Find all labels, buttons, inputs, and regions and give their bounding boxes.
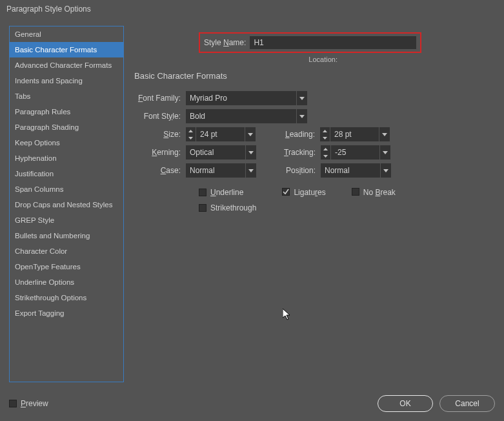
sidebar-item-keep-options[interactable]: Keep Options <box>10 135 123 150</box>
checkbox-icon <box>352 188 359 196</box>
case-value[interactable]: Normal <box>186 163 246 178</box>
location-label: Location: <box>134 56 338 63</box>
kerning-combo[interactable]: Optical <box>186 145 256 159</box>
sidebar-item-underline-options[interactable]: Underline Options <box>10 274 123 290</box>
sidebar-item-bullets-numbering[interactable]: Bullets and Numbering <box>10 228 123 243</box>
sidebar-item-basic-character-formats[interactable]: Basic Character Formats <box>10 42 123 57</box>
font-style-value[interactable]: Bold <box>186 109 297 123</box>
section-title: Basic Character Formats <box>134 71 495 81</box>
chevron-down-icon[interactable] <box>246 145 256 159</box>
font-family-combo[interactable]: Myriad Pro <box>186 91 307 105</box>
leading-label: Leading: <box>256 130 320 139</box>
sidebar-item-opentype-features[interactable]: OpenType Features <box>10 259 123 274</box>
font-style-label: Font Style: <box>134 112 186 121</box>
sidebar-item-paragraph-rules[interactable]: Paragraph Rules <box>10 104 123 119</box>
ligatures-label: Ligatures <box>294 188 325 197</box>
strikethrough-label: Strikethrough <box>210 203 256 212</box>
no-break-checkbox[interactable]: No Break <box>352 188 396 212</box>
chevron-down-icon[interactable] <box>246 163 256 178</box>
checkbox-icon <box>282 188 290 196</box>
size-label: Size: <box>134 130 186 139</box>
sidebar-item-export-tagging[interactable]: Export Tagging <box>10 305 123 321</box>
position-label: Position: <box>256 166 321 175</box>
tracking-value[interactable]: -25 <box>331 145 380 159</box>
dialog-content: General Basic Character Formats Advanced… <box>9 26 495 382</box>
sidebar-item-justification[interactable]: Justification <box>10 166 123 181</box>
checkbox-icon <box>199 204 207 212</box>
checkbox-icon <box>9 400 17 407</box>
chevron-down-icon[interactable] <box>381 163 391 178</box>
position-combo[interactable]: Normal <box>321 163 391 178</box>
chevron-down-icon[interactable] <box>245 127 256 141</box>
sidebar-item-hyphenation[interactable]: Hyphenation <box>10 150 123 166</box>
size-value[interactable]: 24 pt <box>196 127 245 141</box>
tracking-combo[interactable]: -25 <box>321 145 390 159</box>
preview-checkbox[interactable]: Preview <box>9 399 48 408</box>
sidebar-item-strikethrough-options[interactable]: Strikethrough Options <box>10 290 123 305</box>
style-name-highlight: Style Name: <box>199 32 421 53</box>
chevron-down-icon[interactable] <box>297 109 307 123</box>
style-name-label: Style Name: <box>204 38 246 47</box>
dialog-title: Paragraph Style Options <box>0 0 504 18</box>
tracking-stepper[interactable] <box>321 145 331 159</box>
chevron-down-icon[interactable] <box>297 91 307 105</box>
dialog-footer: Preview OK Cancel <box>9 395 495 412</box>
form-grid: Font Family: Myriad Pro Font Style: Bold… <box>134 91 495 212</box>
font-family-label: Font Family: <box>134 94 186 103</box>
main-panel: Style Name: Location: Basic Character Fo… <box>124 26 495 382</box>
sidebar-item-tabs[interactable]: Tabs <box>10 88 123 104</box>
preview-label: Preview <box>21 399 48 408</box>
no-break-label: No Break <box>363 188 396 197</box>
sidebar-item-advanced-character-formats[interactable]: Advanced Character Formats <box>10 57 123 73</box>
sidebar-item-paragraph-shading[interactable]: Paragraph Shading <box>10 119 123 135</box>
font-family-value[interactable]: Myriad Pro <box>186 91 297 105</box>
kerning-label: Kerning: <box>134 148 186 157</box>
ok-button[interactable]: OK <box>378 395 433 412</box>
strikethrough-checkbox[interactable]: Strikethrough <box>199 203 256 212</box>
category-sidebar: General Basic Character Formats Advanced… <box>9 26 124 382</box>
leading-combo[interactable]: 28 pt <box>320 127 390 141</box>
case-combo[interactable]: Normal <box>186 163 256 178</box>
tracking-label: Tracking: <box>256 148 321 157</box>
leading-stepper[interactable] <box>320 127 330 141</box>
chevron-down-icon[interactable] <box>379 127 390 141</box>
sidebar-item-span-columns[interactable]: Span Columns <box>10 181 123 197</box>
sidebar-item-indents-and-spacing[interactable]: Indents and Spacing <box>10 73 123 88</box>
sidebar-item-general[interactable]: General <box>10 26 123 42</box>
ligatures-checkbox[interactable]: Ligatures <box>282 188 325 212</box>
font-style-combo[interactable]: Bold <box>186 109 307 123</box>
kerning-value[interactable]: Optical <box>186 145 246 159</box>
checkbox-icon <box>199 189 207 196</box>
size-combo[interactable]: 24 pt <box>186 127 256 141</box>
sidebar-item-grep-style[interactable]: GREP Style <box>10 212 123 228</box>
chevron-down-icon[interactable] <box>380 145 390 159</box>
size-stepper[interactable] <box>186 127 196 141</box>
sidebar-item-character-color[interactable]: Character Color <box>10 243 123 259</box>
underline-checkbox[interactable]: Underline <box>199 188 256 197</box>
sidebar-item-drop-caps[interactable]: Drop Caps and Nested Styles <box>10 197 123 212</box>
underline-label: Underline <box>210 188 243 197</box>
case-label: Case: <box>134 166 186 175</box>
style-name-input[interactable] <box>250 36 416 49</box>
leading-value[interactable]: 28 pt <box>330 127 379 141</box>
position-value[interactable]: Normal <box>321 163 381 178</box>
cancel-button[interactable]: Cancel <box>439 395 495 412</box>
